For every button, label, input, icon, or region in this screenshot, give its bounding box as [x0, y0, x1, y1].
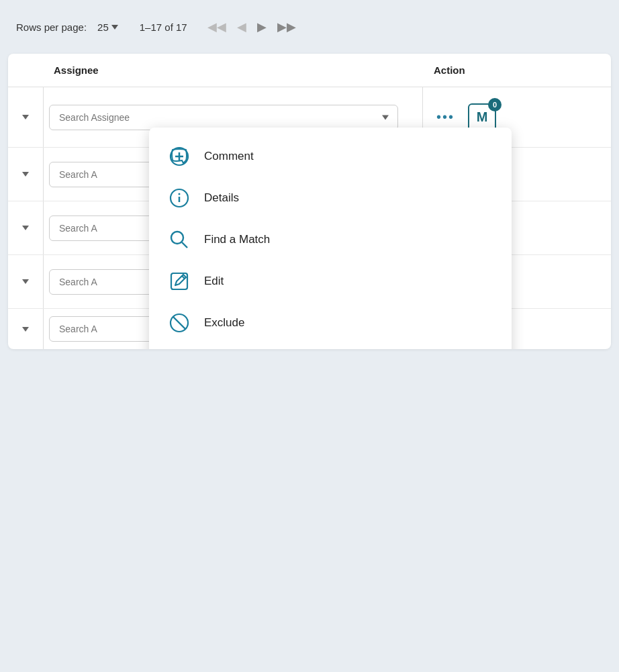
exclude-icon [168, 311, 191, 334]
search-assignee-input[interactable] [49, 105, 398, 130]
row-expand[interactable] [8, 255, 43, 308]
search-icon [168, 228, 191, 251]
rows-per-page-label: Rows per page: [16, 21, 87, 33]
menu-label-comment: Comment [204, 150, 254, 163]
menu-item-add-gl[interactable]: Add to GL [149, 344, 512, 349]
row-chevron-icon[interactable] [22, 172, 29, 177]
nav-buttons: ◀◀ ◀ ▶ ▶▶ [203, 18, 300, 36]
menu-item-exclude[interactable]: Exclude [149, 302, 512, 344]
rows-chevron-icon [111, 25, 118, 30]
svg-line-11 [173, 317, 185, 329]
more-actions-button[interactable]: ••• [434, 107, 457, 128]
context-menu: Comment Details [149, 128, 512, 349]
row-chevron-icon[interactable] [22, 115, 29, 119]
badge-count: 0 [488, 98, 502, 111]
row-expand[interactable] [8, 201, 43, 254]
svg-point-5 [179, 193, 181, 195]
first-page-button[interactable]: ◀◀ [203, 18, 230, 36]
svg-line-7 [182, 242, 187, 248]
table-card: Assignee Action ••• M 0 [8, 54, 611, 349]
rows-value: 25 [97, 21, 109, 33]
next-page-button[interactable]: ▶ [253, 18, 271, 36]
edit-icon [168, 270, 191, 293]
pagination-bar: Rows per page: 25 1–17 of 17 ◀◀ ◀ ▶ ▶▶ [0, 0, 619, 54]
menu-item-details[interactable]: Details [149, 177, 512, 219]
menu-label-details: Details [204, 191, 239, 205]
comment-icon [168, 145, 191, 168]
prev-page-button[interactable]: ◀ [233, 18, 250, 36]
page-info: 1–17 of 17 [140, 21, 187, 33]
search-assignee-wrapper [49, 105, 398, 130]
row-expand[interactable] [8, 87, 43, 147]
menu-label-find-match: Find a Match [204, 233, 270, 246]
menu-label-exclude: Exclude [204, 316, 244, 330]
svg-point-6 [171, 232, 183, 244]
table-row: ••• M 0 Comment [8, 87, 611, 148]
info-icon [168, 187, 191, 209]
menu-label-edit: Edit [204, 275, 224, 288]
row-expand[interactable] [8, 309, 43, 349]
row-chevron-icon[interactable] [22, 226, 29, 230]
row-chevron-icon[interactable] [22, 327, 29, 332]
rows-per-page-select[interactable]: 25 [97, 21, 118, 33]
menu-item-edit[interactable]: Edit [149, 260, 512, 302]
row-expand[interactable] [8, 148, 43, 201]
last-page-button[interactable]: ▶▶ [273, 18, 300, 36]
menu-item-find-match[interactable]: Find a Match [149, 219, 512, 260]
menu-item-comment[interactable]: Comment [149, 136, 512, 177]
row-chevron-icon[interactable] [22, 279, 29, 284]
col-header-assignee: Assignee [43, 64, 423, 76]
col-header-action: Action [423, 64, 611, 76]
table-header: Assignee Action [8, 54, 611, 87]
